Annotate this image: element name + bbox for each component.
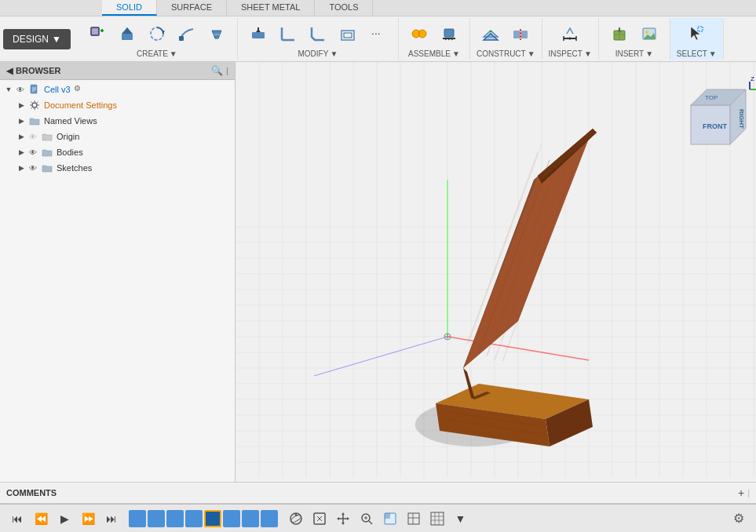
tree-named-views-label: Named Views: [42, 116, 97, 126]
timeline-start-icon[interactable]: ⏮: [6, 508, 28, 530]
svg-rect-44: [698, 27, 703, 31]
tree-sketches-eye[interactable]: 👁: [27, 162, 39, 174]
timeline-block-8[interactable]: [261, 510, 278, 527]
tree-item-sketches[interactable]: ▶ 👁 Sketches: [0, 160, 235, 176]
modify-more-icon[interactable]: ···: [363, 20, 392, 48]
tree-item-named-views[interactable]: ▶ Named Views: [0, 113, 235, 129]
design-button[interactable]: DESIGN ▼: [3, 29, 71, 49]
timeline-play-icon[interactable]: ▶: [53, 508, 75, 530]
pan-icon[interactable]: [332, 508, 354, 530]
svg-marker-132: [341, 512, 345, 515]
svg-marker-133: [341, 523, 345, 525]
timeline-block-6[interactable]: [223, 510, 240, 527]
tree-origin-eye[interactable]: 👁: [27, 130, 39, 143]
create-label[interactable]: CREATE ▼: [137, 49, 177, 58]
sweep-icon[interactable]: [173, 20, 201, 48]
browser-search-icon[interactable]: 🔍: [211, 65, 223, 76]
insert-label[interactable]: INSERT ▼: [615, 49, 653, 58]
assemble-label[interactable]: ASSEMBLE ▼: [408, 49, 460, 58]
press-pull-icon[interactable]: [244, 20, 272, 48]
browser-collapse-icon[interactable]: ◀: [6, 66, 13, 76]
svg-rect-15: [344, 33, 352, 38]
measure-icon[interactable]: [556, 20, 584, 48]
timeline-block-5[interactable]: [204, 510, 221, 527]
tab-solid[interactable]: SOLID: [102, 0, 157, 16]
svg-rect-28: [513, 31, 520, 38]
timeline-end-icon[interactable]: ⏭: [100, 508, 122, 530]
loft-icon[interactable]: [203, 20, 231, 48]
shell-icon[interactable]: [334, 20, 362, 48]
midplane-icon[interactable]: [506, 20, 535, 48]
select-cursor-icon[interactable]: [682, 20, 710, 48]
tree-item-doc-settings[interactable]: ▶ Document Settings: [0, 97, 235, 113]
svg-marker-43: [691, 27, 700, 40]
svg-rect-145: [431, 512, 444, 525]
svg-rect-0: [91, 27, 99, 35]
svg-text:FRONT: FRONT: [703, 122, 727, 130]
tree-named-views-arrow[interactable]: ▶: [16, 115, 27, 126]
zoom-icon[interactable]: [356, 508, 378, 530]
display-mode-icon[interactable]: [379, 508, 401, 530]
tree-root-settings-icon[interactable]: ⚙: [74, 84, 85, 95]
new-component-icon[interactable]: [83, 20, 111, 48]
view-options-icon[interactable]: ▼: [450, 508, 472, 530]
select-label[interactable]: SELECT ▼: [677, 49, 717, 58]
tree-root-arrow[interactable]: ▼: [3, 84, 14, 95]
insert-icons: [605, 20, 663, 48]
fillet-icon[interactable]: [274, 20, 302, 48]
construct-label[interactable]: CONSTRUCT ▼: [477, 49, 535, 58]
timeline-block-4[interactable]: [185, 510, 203, 527]
svg-point-49: [32, 103, 37, 107]
timeline-prev-icon[interactable]: ⏪: [30, 508, 52, 530]
fit-icon[interactable]: [309, 508, 331, 530]
main-area: ◀ BROWSER 🔍 | ▼ 👁: [0, 62, 756, 482]
tree-origin-arrow[interactable]: ▶: [16, 131, 27, 142]
viewport[interactable]: FRONT RIGHT TOP Y Z: [236, 62, 756, 482]
design-label: DESIGN: [13, 34, 49, 45]
insert-mesh-icon[interactable]: [605, 20, 634, 48]
extrude-icon[interactable]: [113, 20, 141, 48]
timeline-block-1[interactable]: [129, 510, 146, 527]
tree-bodies-eye[interactable]: 👁: [27, 146, 39, 159]
create-icons: [83, 20, 231, 48]
tree-doc-gear-icon: [28, 99, 41, 111]
comments-add-icon[interactable]: +: [738, 486, 744, 499]
timeline-next-icon[interactable]: ⏩: [77, 508, 99, 530]
tab-sheet-metal[interactable]: SHEET METAL: [227, 0, 315, 16]
tab-tools[interactable]: TOOLS: [315, 0, 373, 16]
inspect-label[interactable]: INSPECT ▼: [549, 49, 592, 58]
tree-bodies-arrow[interactable]: ▶: [16, 147, 27, 158]
toolbar: SOLID SURFACE SHEET METAL TOOLS DESIGN ▼: [0, 0, 756, 62]
joint-icon[interactable]: [405, 20, 433, 48]
modify-label[interactable]: MODIFY ▼: [298, 49, 338, 58]
svg-rect-20: [444, 29, 454, 37]
orbit-icon[interactable]: [285, 508, 307, 530]
timeline-block-3[interactable]: [166, 510, 184, 527]
offset-plane-icon[interactable]: [477, 20, 505, 48]
tree-root-item[interactable]: ▼ 👁 Cell v3 ⚙: [0, 82, 235, 97]
insert-image-icon[interactable]: [635, 20, 663, 48]
tree-item-origin[interactable]: ▶ 👁 Origin: [0, 129, 235, 144]
tab-surface[interactable]: SURFACE: [157, 0, 227, 16]
toolbar-group-modify: ··· MODIFY ▼: [238, 18, 399, 60]
comments-bar: COMMENTS + |: [0, 482, 756, 504]
settings-gear-icon[interactable]: ⚙: [728, 508, 750, 530]
revolve-icon[interactable]: [143, 20, 171, 48]
grid-toggle-icon[interactable]: [403, 508, 425, 530]
tree-root-eye[interactable]: 👁: [14, 83, 27, 96]
viewport-svg: FRONT RIGHT TOP Y Z: [236, 62, 756, 478]
svg-rect-14: [341, 31, 354, 40]
svg-rect-29: [521, 31, 528, 38]
timeline-block-7[interactable]: [242, 510, 259, 527]
viewport-grid-icon[interactable]: [426, 508, 448, 530]
tree-bodies-folder-icon: [41, 146, 53, 159]
timeline-block-2[interactable]: [148, 510, 165, 527]
tree-sketches-arrow[interactable]: ▶: [16, 162, 27, 173]
chamfer-icon[interactable]: [304, 20, 332, 48]
svg-marker-7: [162, 31, 165, 34]
comments-label: COMMENTS: [6, 488, 57, 497]
ground-icon[interactable]: [435, 20, 463, 48]
tree-item-bodies[interactable]: ▶ 👁 Bodies: [0, 144, 235, 160]
sidebar: ◀ BROWSER 🔍 | ▼ 👁: [0, 62, 236, 482]
tree-doc-arrow[interactable]: ▶: [16, 100, 27, 111]
